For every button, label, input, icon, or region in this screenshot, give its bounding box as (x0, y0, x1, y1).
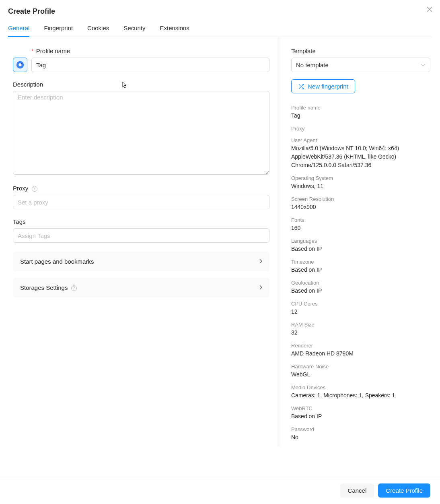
detail-label: RAM Size (291, 322, 430, 328)
tab-security[interactable]: Security (123, 21, 145, 37)
tab-cookies[interactable]: Cookies (87, 21, 109, 37)
detail-value: 160 (291, 224, 430, 232)
cancel-button[interactable]: Cancel (340, 483, 374, 498)
chevron-down-icon (421, 62, 426, 68)
new-fingerprint-button[interactable]: New fingerprint (291, 79, 355, 93)
detail-value: Based on IP (291, 412, 430, 421)
description-input[interactable] (13, 91, 269, 175)
svg-point-4 (21, 63, 23, 64)
tags-label: Tags (13, 218, 269, 225)
close-icon[interactable] (426, 6, 433, 14)
detail-value: Based on IP (291, 245, 430, 253)
detail-label: Screen Resolution (291, 196, 430, 202)
detail-label: Languages (291, 238, 430, 244)
profile-name-input[interactable] (31, 58, 269, 72)
detail-label: Timezone (291, 259, 430, 265)
template-select[interactable]: No template (291, 58, 430, 72)
tags-input[interactable] (13, 228, 269, 243)
detail-value: Based on IP (291, 287, 430, 295)
template-value: No template (296, 62, 329, 68)
detail-value: 32 (291, 328, 430, 337)
help-icon[interactable]: ? (32, 186, 37, 192)
detail-label: WebRTC (291, 405, 430, 411)
detail-value: 1440x900 (291, 203, 430, 211)
description-label: Description (13, 81, 269, 88)
detail-label: Password (291, 426, 430, 432)
tab-general[interactable]: General (8, 21, 29, 37)
detail-value: Mozilla/5.0 (Windows NT 10.0; Win64; x64… (291, 144, 430, 169)
detail-value: Windows, 11 (291, 182, 430, 190)
detail-label: Fonts (291, 217, 430, 223)
detail-label: Operating System (291, 175, 430, 181)
chevron-right-icon (259, 285, 262, 291)
tab-extensions[interactable]: Extensions (160, 21, 189, 37)
detail-label: Renderer (291, 343, 430, 349)
modal-title: Create Profile (8, 7, 432, 16)
collapse-storages-label: Storages Settings (20, 284, 68, 291)
create-profile-button[interactable]: Create Profile (378, 483, 430, 498)
browser-icon (16, 60, 25, 69)
collapse-start-pages-label: Start pages and bookmarks (20, 258, 94, 265)
detail-label: Profile name (291, 105, 430, 111)
proxy-label: Proxy ? (13, 185, 269, 192)
detail-value: Tag (291, 112, 430, 120)
detail-label: Hardware Noise (291, 364, 430, 370)
shuffle-icon (298, 83, 304, 90)
detail-value: No (291, 433, 430, 442)
profile-name-label: Profile name (31, 48, 70, 54)
detail-value: Based on IP (291, 266, 430, 274)
tab-fingerprint[interactable]: Fingerprint (44, 21, 73, 37)
detail-label: Media Devices (291, 384, 430, 390)
proxy-input[interactable] (13, 195, 269, 209)
detail-label: Geolocation (291, 280, 430, 286)
template-label: Template (291, 48, 430, 54)
detail-value: WebGL (291, 370, 430, 379)
collapse-start-pages[interactable]: Start pages and bookmarks (13, 252, 269, 271)
tabs: General Fingerprint Cookies Security Ext… (8, 21, 432, 37)
collapse-storages[interactable]: Storages Settings ? (13, 278, 269, 297)
chevron-right-icon (259, 258, 262, 265)
svg-line-7 (299, 84, 300, 85)
detail-label: CPU Cores (291, 301, 430, 307)
modal-footer: Cancel Create Profile (0, 477, 440, 504)
detail-label: Proxy (291, 126, 430, 132)
proxy-label-text: Proxy (13, 185, 28, 192)
detail-value: 12 (291, 308, 430, 316)
detail-value: Cameras: 1, Microphones: 1, Speakers: 1 (291, 391, 430, 400)
help-icon[interactable]: ? (71, 285, 77, 291)
detail-value: AMD Radeon HD 8790M (291, 349, 430, 358)
new-fingerprint-label: New fingerprint (308, 83, 348, 90)
detail-label: User Agent (291, 137, 430, 143)
profile-avatar-button[interactable] (13, 58, 27, 72)
